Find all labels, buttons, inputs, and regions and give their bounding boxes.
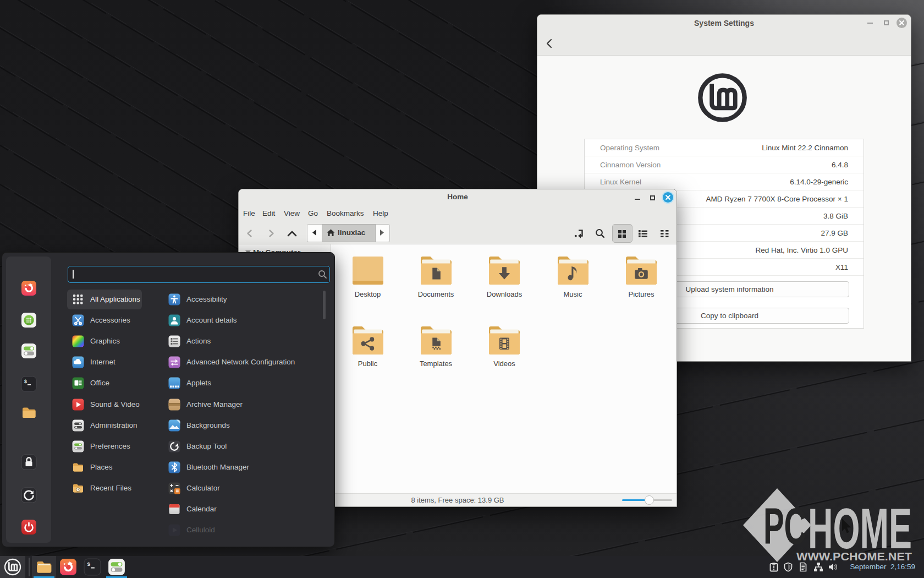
svg-text:$: $ bbox=[24, 379, 27, 384]
svg-text:PC: PC bbox=[763, 498, 807, 554]
svg-text:WWW.PCHOME.NET: WWW.PCHOME.NET bbox=[796, 550, 912, 563]
svg-text:$: $ bbox=[87, 561, 91, 567]
